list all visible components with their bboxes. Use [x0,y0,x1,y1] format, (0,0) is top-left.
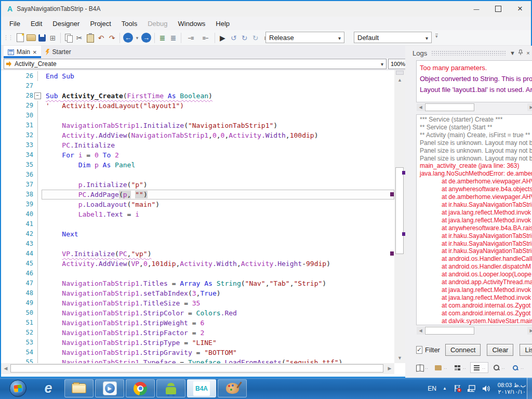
tab-starter[interactable]: Starter [41,46,78,58]
code-line-38[interactable]: 38 PC.AddPage(p, "") [1,190,394,200]
code-text[interactable]: NavigationTabStrip1.TitleSize = 35 [42,298,394,308]
toolbar-overflow-icon[interactable]: ▾ [435,34,438,39]
navigate-forward-icon[interactable]: → [141,33,151,43]
show-desktop-button[interactable] [527,378,532,399]
android-emulator[interactable] [156,379,185,397]
log-message-line[interactable]: at de.amberhome.viewpager.AHV [420,178,532,185]
log-message-line[interactable]: ** Activity (main) Create, isFirst = tru… [420,131,532,139]
line-number[interactable]: 40 [1,209,33,219]
line-number[interactable]: 33 [1,140,33,150]
action-center-flag-icon[interactable] [453,384,462,393]
panel-tab-libraries-manager[interactable]: .. [414,363,430,373]
menu-edit[interactable]: Edit [25,18,47,30]
code-line-27[interactable]: 27 [1,81,394,91]
code-text[interactable]: NavigationTabStrip1.StripColor = Colors.… [42,308,394,318]
code-text[interactable]: NavigationTabStrip1.StripWeight = 6 [42,318,394,328]
scroll-right-icon[interactable]: ▶ [527,327,532,335]
line-number[interactable]: 41 [1,219,33,229]
line-number[interactable]: 49 [1,298,33,308]
paste-icon[interactable] [85,32,96,44]
media-player[interactable]: ▶ [95,379,124,397]
log-message-line[interactable]: at anywheresoftware.b4a.BA.raise [420,224,532,232]
code-text[interactable]: PC.AddPage(p, "") [42,190,394,200]
menu-project[interactable]: Project [85,18,116,30]
vertical-scroll-thumb[interactable] [395,167,404,254]
line-number[interactable]: 52 [1,328,33,338]
code-text[interactable] [42,219,394,229]
line-number[interactable]: 36 [1,170,33,180]
code-line-37[interactable]: 37 p.Initialize("p") [1,180,394,190]
filter-checkbox[interactable] [416,346,422,354]
tab-main[interactable]: Main [4,46,41,58]
panel-tab-logs[interactable]: .. [470,362,488,373]
new-file-icon[interactable] [15,32,25,44]
comment-block-icon[interactable]: −≡ [183,32,198,44]
code-line-32[interactable]: 32 Activity.AddView(NavigationTabStrip1,… [1,130,394,140]
scroll-right-icon[interactable]: ▶ [385,364,394,373]
code-text[interactable]: ' Activity.LoadLayout("layout1") [42,101,394,111]
code-line-41[interactable]: 41 [1,219,394,229]
menu-help[interactable]: Help [210,18,235,30]
menu-tools[interactable]: Tools [116,18,142,30]
log-message-line[interactable]: at de.amberhome.viewpager.AHV [420,193,532,201]
code-line-29[interactable]: 29' Activity.LoadLayout("layout1") [1,101,394,111]
warnings-log-list[interactable]: Too many parameters.Object converted to … [416,60,532,102]
clear-button[interactable]: Clear [487,344,513,356]
code-line-43[interactable]: 43 [1,239,394,249]
panel-tab-modules[interactable]: .. [451,363,468,373]
code-text[interactable] [42,239,394,249]
list-members-icon[interactable]: ≣ [157,32,168,44]
code-line-34[interactable]: 34 For i = 0 To 2 [1,150,394,160]
menu-debug[interactable]: Debug [142,18,172,30]
code-line-52[interactable]: 52 NavigationTabStrip1.StripFactor = 2 [1,328,394,338]
code-editor[interactable]: 26End Sub2728Sub Activity_Create(FirstTi… [1,70,394,363]
log-message-line[interactable]: at android.os.Handler.handleCall [420,255,532,263]
run-icon[interactable]: ▶ [217,32,228,44]
line-number[interactable]: 39 [1,200,33,209]
close-panel-icon[interactable]: × [524,50,532,56]
code-text[interactable]: VP.Initialize(PC,"vp") [42,249,394,259]
code-line-49[interactable]: 49 NavigationTabStrip1.TitleSize = 35 [1,298,394,308]
line-number[interactable]: 27 [1,81,33,91]
function-selector[interactable]: Activity_Create [4,59,387,69]
paint[interactable] [218,379,247,397]
modules-icon[interactable]: ⊞ [47,32,58,44]
code-text[interactable] [42,81,394,91]
scroll-up-icon[interactable]: ▲ [395,76,404,84]
log-message-line[interactable]: ** Service (starter) Start ** [420,124,532,131]
pin-icon[interactable] [516,49,524,57]
line-number[interactable]: 48 [1,288,33,298]
b4a[interactable]: B4A [187,379,216,397]
code-text[interactable] [42,269,394,278]
uncomment-block-icon[interactable]: ≡− [198,32,212,44]
close-tab-icon[interactable] [33,48,37,56]
code-text[interactable]: NavigationTabStrip1.Titles = Array As St… [42,278,394,288]
log-message-line[interactable]: Panel size is unknown. Layout may not be [420,139,532,147]
log-message-line[interactable]: at ir.haku.SayaNavigationTabStrip [420,201,532,209]
code-line-33[interactable]: 33 PC.Initialize [1,140,394,150]
code-text[interactable]: End Sub [42,71,394,81]
scroll-thumb[interactable] [425,327,474,335]
code-text[interactable]: NavigationTabStrip1.setTabIndex(3,True) [42,288,394,298]
panel-tab-quick-search[interactable]: .. [509,363,526,373]
line-number[interactable]: 37 [1,180,33,190]
line-number[interactable]: 46 [1,269,33,278]
log-message-line[interactable]: at java.lang.reflect.Method.invok [420,217,532,224]
log-message-line[interactable]: at anywheresoftware.b4a.objects [420,185,532,193]
line-number[interactable]: 38 [1,190,33,200]
code-line-39[interactable]: 39 p.LoadLayout("main") [1,200,394,209]
code-text[interactable] [42,111,394,121]
menu-windows[interactable]: Windows [173,18,211,30]
code-line-48[interactable]: 48 NavigationTabStrip1.setTabIndex(3,Tru… [1,288,394,298]
list-modules-icon[interactable]: ≣ [168,32,179,44]
code-line-28[interactable]: 28Sub Activity_Create(FirstTime As Boole… [1,91,394,101]
code-line-47[interactable]: 47 NavigationTabStrip1.Titles = Array As… [1,278,394,288]
line-number[interactable]: 42 [1,229,33,239]
code-line-46[interactable]: 46 [1,269,394,278]
show-hidden-icons[interactable]: ▲ [443,386,447,391]
config-profile-select[interactable]: Default [354,32,432,43]
connect-button[interactable]: Connect [445,344,481,356]
title-bar[interactable]: A SayaNavigationTabStrip - B4A [1,1,531,17]
language-indicator[interactable]: EN [428,385,436,392]
chrome[interactable] [126,379,155,397]
